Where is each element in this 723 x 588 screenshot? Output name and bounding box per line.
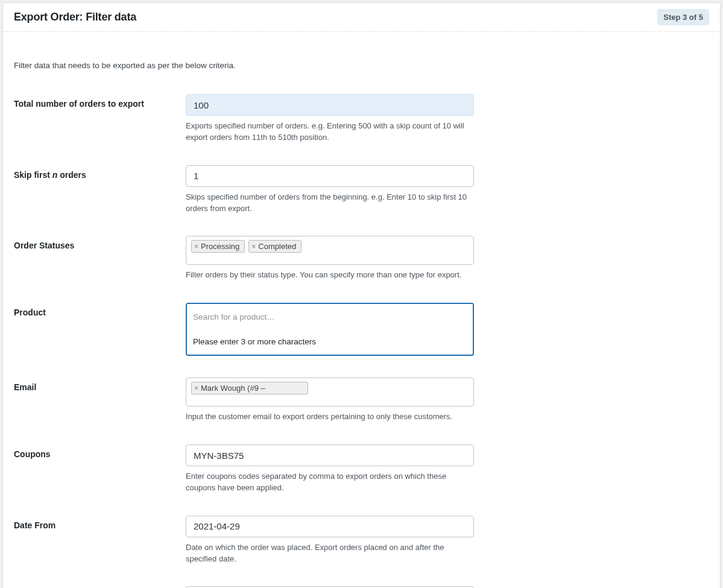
help-coupons: Enter coupons codes separated by comma t… [186,471,474,494]
chip-label: Completed [258,242,296,251]
total-orders-input[interactable] [186,94,474,116]
row-email: Email × Mark Wough (#9 – Input the custo… [14,378,709,423]
label-coupons: Coupons [14,444,186,459]
row-skip-orders: Skip first n orders Skips specified numb… [14,165,709,215]
panel-body: Filter data that needs to be exported as… [3,32,720,588]
label-order-statuses: Order Statuses [14,236,186,250]
row-product: Product Please enter 3 or more character… [14,303,709,356]
email-chip[interactable]: × Mark Wough (#9 – [191,382,308,394]
help-order-statuses: Filter orders by their status type. You … [186,270,474,281]
row-coupons: Coupons Enter coupons codes separated by… [14,444,709,494]
label-email: Email [14,378,186,392]
help-total-orders: Exports specified number of orders. e.g.… [186,121,474,144]
product-search-message: Please enter 3 or more characters [187,330,473,355]
skip-orders-input[interactable] [186,165,474,187]
coupons-input[interactable] [186,444,474,466]
row-total-orders: Total number of orders to export Exports… [14,94,709,144]
row-date-from: Date From Date on which the order was pl… [14,516,709,565]
remove-icon[interactable]: × [194,385,198,392]
help-email: Input the customer email to export order… [186,411,474,423]
remove-icon[interactable]: × [251,243,256,250]
status-chip-processing[interactable]: × Processing [191,240,245,253]
export-wizard-panel: Export Order: Filter data Step 3 of 5 Fi… [2,2,721,588]
email-select[interactable]: × Mark Wough (#9 – [186,378,474,406]
row-order-statuses: Order Statuses × Processing × Completed … [14,236,709,281]
product-combobox[interactable]: Please enter 3 or more characters [186,303,474,356]
remove-icon[interactable]: × [194,243,198,250]
help-skip-orders: Skips specified number of orders from th… [186,192,474,215]
step-badge: Step 3 of 5 [657,9,709,25]
label-date-from: Date From [14,516,186,530]
order-statuses-select[interactable]: × Processing × Completed [186,236,474,265]
label-total-orders: Total number of orders to export [14,94,186,109]
intro-text: Filter data that needs to be exported as… [14,61,709,70]
help-date-from: Date on which the order was placed. Expo… [186,542,474,565]
chip-label: Processing [201,242,239,251]
panel-title: Export Order: Filter data [14,11,136,24]
date-from-input[interactable] [186,516,474,537]
panel-header: Export Order: Filter data Step 3 of 5 [3,3,720,32]
status-chip-completed[interactable]: × Completed [248,240,302,253]
chip-label: Mark Wough (#9 – [201,384,265,393]
label-product: Product [14,303,186,317]
label-skip-orders: Skip first n orders [14,165,186,180]
product-search-input[interactable] [187,304,473,330]
